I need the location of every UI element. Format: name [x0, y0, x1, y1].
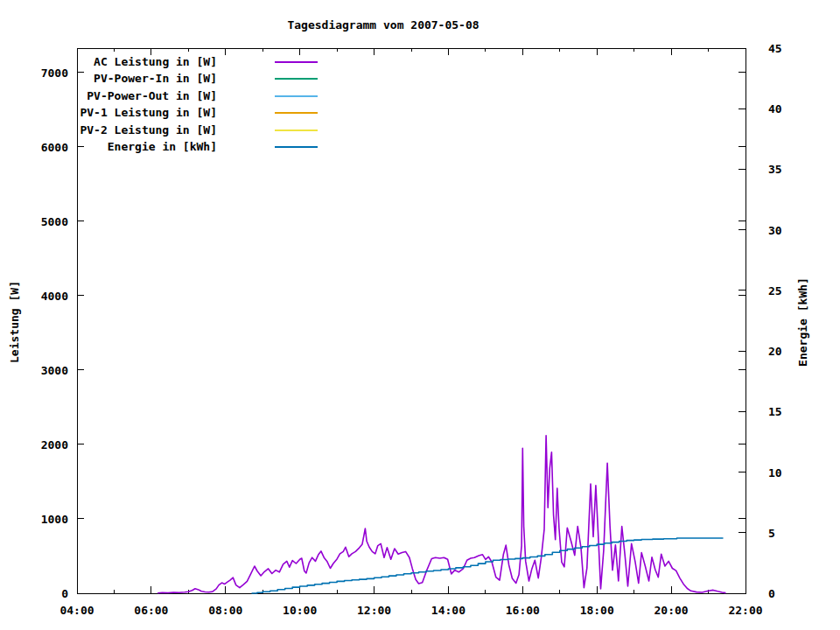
x-tick-label: 16:00 [506, 604, 540, 617]
y-right-tick-label: 25 [768, 284, 782, 298]
legend-label: AC Leistung in [W] [42, 53, 217, 70]
legend-label: PV-Power-Out in [W] [42, 88, 217, 104]
legend-swatch-pv-power-out [275, 95, 318, 97]
y-left-tick-label: 4000 [41, 290, 68, 303]
y-axis-label: Leistung [W] [8, 281, 21, 363]
legend-label: PV-2 Leistung in [W] [42, 122, 217, 138]
y-right-tick-label: 35 [768, 163, 782, 176]
legend-swatch-pv-1-leistung [275, 112, 318, 114]
legend-swatch-pv-2-leistung [275, 130, 318, 131]
y-right-tick-label: 20 [768, 345, 782, 358]
x-tick-label: 18:00 [580, 604, 614, 617]
y-right-tick-label: 45 [768, 42, 782, 55]
y-right-tick-label: 10 [768, 466, 782, 480]
y2-axis-label: Energie [kWh] [796, 277, 809, 367]
legend-item-pv-1-leistung: PV-1 Leistung in [W] [42, 104, 318, 121]
legend-label: Energie in [kWh] [42, 138, 217, 155]
x-tick-label: 20:00 [654, 604, 689, 617]
legend-swatch-energie [275, 146, 318, 148]
x-tick-label: 22:00 [728, 604, 762, 617]
x-tick-label: 04:00 [60, 604, 94, 617]
y-left-tick-label: 3000 [41, 364, 68, 377]
y-right-tick-label: 40 [768, 102, 782, 116]
x-tick-label: 10:00 [283, 604, 317, 617]
legend-item-pv-power-out: PV-Power-Out in [W] [42, 88, 318, 104]
y-right-tick-label: 30 [768, 224, 782, 237]
legend: AC Leistung in [W]PV-Power-In in [W]PV-P… [42, 53, 318, 155]
x-tick-label: 06:00 [134, 604, 168, 617]
y-left-tick-label: 0 [61, 587, 68, 600]
series-energie [252, 538, 724, 593]
legend-label: PV-Power-In in [W] [42, 70, 217, 87]
legend-label: PV-1 Leistung in [W] [42, 104, 217, 121]
y-left-tick-label: 1000 [41, 513, 68, 526]
legend-item-pv-2-leistung: PV-2 Leistung in [W] [42, 122, 318, 138]
chart-title: Tagesdiagramm vom 2007-05-08 [287, 18, 479, 32]
legend-item-ac-leistung: AC Leistung in [W] [42, 53, 318, 70]
x-tick-label: 08:00 [208, 604, 242, 617]
chart-page: { "chart_data": { "type": "line", "title… [0, 0, 840, 630]
y-right-tick-label: 0 [768, 587, 775, 600]
legend-item-pv-power-in: PV-Power-In in [W] [42, 70, 318, 87]
y-left-tick-label: 5000 [41, 215, 68, 228]
x-tick-label: 14:00 [431, 604, 466, 617]
x-tick-label: 12:00 [357, 604, 391, 617]
legend-swatch-pv-power-in [275, 78, 318, 80]
y-right-tick-label: 15 [768, 405, 782, 418]
data-series [158, 436, 725, 593]
legend-item-energie: Energie in [kWh] [42, 138, 318, 155]
y-right-tick-label: 5 [768, 527, 775, 540]
y-left-tick-label: 2000 [41, 438, 68, 452]
legend-swatch-ac-leistung [275, 61, 318, 63]
